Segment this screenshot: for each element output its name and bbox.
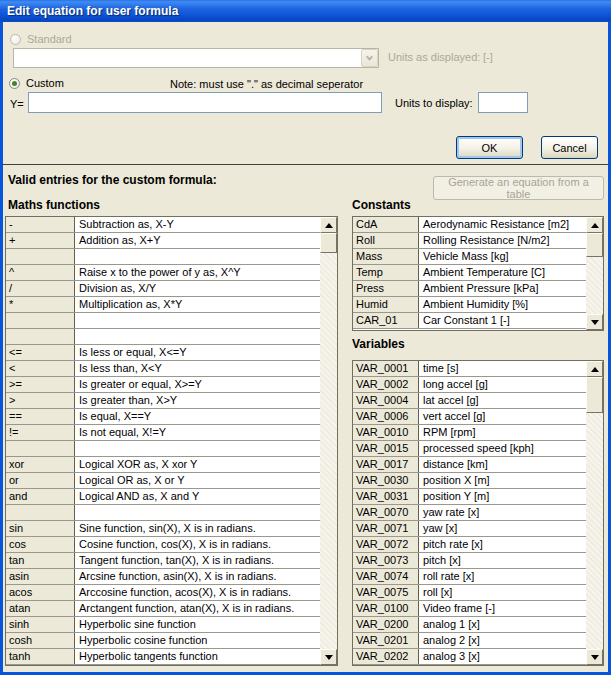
scroll-down-icon[interactable] xyxy=(586,649,603,665)
entry-key: or xyxy=(6,473,75,488)
maths-functions-heading: Maths functions xyxy=(8,198,100,212)
table-row[interactable]: !=Is not equal, X!=Y xyxy=(6,425,320,441)
table-row[interactable]: sinSine function, sin(X), X is in radian… xyxy=(6,521,320,537)
table-row[interactable]: ^Raise x to the power of y as, X^Y xyxy=(6,265,320,281)
table-row[interactable]: VAR_0072pitch rate [x] xyxy=(353,537,586,553)
entry-key: CAR_01 xyxy=(353,313,419,328)
entry-key: and xyxy=(6,489,75,504)
table-row[interactable]: -Subtraction as, X-Y xyxy=(6,217,320,233)
scroll-up-icon[interactable] xyxy=(320,217,337,233)
entry-key: ^ xyxy=(6,265,75,280)
variables-scrollbar-thumb[interactable] xyxy=(586,377,603,413)
table-row[interactable]: CdAAerodynamic Resistance [m2] xyxy=(353,217,586,233)
table-row[interactable]: VAR_0006vert accel [g] xyxy=(353,409,586,425)
standard-formula-dropdown[interactable] xyxy=(13,48,379,68)
maths-scrollbar[interactable] xyxy=(320,217,337,665)
variables-scrollbar-track[interactable] xyxy=(586,377,603,649)
variables-scrollbar[interactable] xyxy=(586,361,603,665)
table-row[interactable]: ==Is equal, X==Y xyxy=(6,409,320,425)
maths-scrollbar-thumb[interactable] xyxy=(320,233,337,253)
scroll-down-icon[interactable] xyxy=(586,314,603,330)
entry-key: Temp xyxy=(353,265,419,280)
entry-key: VAR_0001 xyxy=(353,361,419,376)
entry-description: Is less than, X<Y xyxy=(75,361,320,376)
table-row[interactable]: VAR_0001time [s] xyxy=(353,361,586,377)
formula-input[interactable] xyxy=(28,92,382,113)
table-row[interactable]: VAR_0202analog 3 [x] xyxy=(353,649,586,665)
table-row[interactable]: VAR_0100Video frame [-] xyxy=(353,601,586,617)
table-row[interactable] xyxy=(6,441,320,457)
table-row[interactable]: VAR_0200analog 1 [x] xyxy=(353,617,586,633)
dialog-window: Edit equation for user formula Standard … xyxy=(0,0,611,675)
table-row[interactable]: >=Is greater or equal, X>=Y xyxy=(6,377,320,393)
scroll-up-icon[interactable] xyxy=(586,361,603,377)
table-row[interactable]: xorLogical XOR as, X xor Y xyxy=(6,457,320,473)
units-to-display-input[interactable] xyxy=(478,92,528,113)
entry-description: pitch rate [x] xyxy=(419,537,586,552)
table-row[interactable]: sinhHyperbolic sine function xyxy=(6,617,320,633)
ok-button[interactable]: OK xyxy=(456,136,523,159)
table-row[interactable]: *Multiplication as, X*Y xyxy=(6,297,320,313)
table-row[interactable]: VAR_0070yaw rate [x] xyxy=(353,505,586,521)
table-row[interactable] xyxy=(6,505,320,521)
table-row[interactable]: CAR_01Car Constant 1 [-] xyxy=(353,313,586,329)
table-row[interactable]: VAR_0010RPM [rpm] xyxy=(353,425,586,441)
table-row[interactable]: tanTangent function, tan(X), X is in rad… xyxy=(6,553,320,569)
table-row[interactable]: atanArctangent function, atan(X), X is i… xyxy=(6,601,320,617)
chevron-down-icon[interactable] xyxy=(361,49,378,67)
entry-description: Hyperbolic tangents function xyxy=(75,649,320,664)
generate-equation-button[interactable]: Generate an equation from a table xyxy=(433,176,604,200)
entry-key: < xyxy=(6,361,75,376)
entry-key: Press xyxy=(353,281,419,296)
constants-scrollbar-thumb[interactable] xyxy=(586,233,603,257)
entry-description: Ambient Humidity [%] xyxy=(419,297,586,312)
table-row[interactable]: HumidAmbient Humidity [%] xyxy=(353,297,586,313)
table-row[interactable]: TempAmbient Temperature [C] xyxy=(353,265,586,281)
table-row[interactable]: VAR_0017distance [km] xyxy=(353,457,586,473)
table-row[interactable]: /Division as, X/Y xyxy=(6,281,320,297)
table-row[interactable]: RollRolling Resistance [N/m2] xyxy=(353,233,586,249)
table-row[interactable]: VAR_0075roll [x] xyxy=(353,585,586,601)
table-row[interactable]: cosCosine function, cos(X), X is in radi… xyxy=(6,537,320,553)
table-row[interactable]: PressAmbient Pressure [kPa] xyxy=(353,281,586,297)
maths-functions-table: -Subtraction as, X-Y+Addition as, X+Y^Ra… xyxy=(5,216,338,666)
table-row[interactable]: orLogical OR as, X or Y xyxy=(6,473,320,489)
entry-key: VAR_0202 xyxy=(353,649,419,664)
table-row[interactable]: VAR_0030position X [m] xyxy=(353,473,586,489)
table-row[interactable]: VAR_0073pitch [x] xyxy=(353,553,586,569)
table-row[interactable]: MassVehicle Mass [kg] xyxy=(353,249,586,265)
entry-key: asin xyxy=(6,569,75,584)
table-row[interactable]: coshHyperbolic cosine function xyxy=(6,633,320,649)
table-row[interactable]: andLogical AND as, X and Y xyxy=(6,489,320,505)
table-row[interactable]: VAR_0201analog 2 [x] xyxy=(353,633,586,649)
table-row[interactable] xyxy=(6,329,320,345)
table-row[interactable]: <=Is less or equal, X<=Y xyxy=(6,345,320,361)
constants-scrollbar[interactable] xyxy=(586,217,603,330)
entry-key: Mass xyxy=(353,249,419,264)
table-row[interactable]: >Is greater than, X>Y xyxy=(6,393,320,409)
table-row[interactable]: VAR_0071yaw [x] xyxy=(353,521,586,537)
table-row[interactable]: VAR_0002long accel [g] xyxy=(353,377,586,393)
entry-key: CdA xyxy=(353,217,419,232)
scroll-down-icon[interactable] xyxy=(320,649,337,665)
table-row[interactable]: VAR_0015processed speed [kph] xyxy=(353,441,586,457)
constants-scrollbar-track[interactable] xyxy=(586,233,603,314)
entry-key: VAR_0100 xyxy=(353,601,419,616)
table-row[interactable]: <Is less than, X<Y xyxy=(6,361,320,377)
scroll-up-icon[interactable] xyxy=(586,217,603,233)
table-row[interactable]: VAR_0004lat accel [g] xyxy=(353,393,586,409)
maths-scrollbar-track[interactable] xyxy=(320,233,337,649)
table-row[interactable]: acosArccosine function, acos(X), X is in… xyxy=(6,585,320,601)
table-row[interactable] xyxy=(6,249,320,265)
table-row[interactable] xyxy=(6,313,320,329)
entry-key: tan xyxy=(6,553,75,568)
table-row[interactable]: tanhHyperbolic tangents function xyxy=(6,649,320,665)
table-row[interactable]: VAR_0074roll rate [x] xyxy=(353,569,586,585)
table-row[interactable]: +Addition as, X+Y xyxy=(6,233,320,249)
table-row[interactable]: VAR_0031position Y [m] xyxy=(353,489,586,505)
table-row[interactable]: asinArcsine function, asin(X), X is in r… xyxy=(6,569,320,585)
constants-heading: Constants xyxy=(352,198,411,212)
cancel-button[interactable]: Cancel xyxy=(541,136,598,159)
custom-radio[interactable] xyxy=(9,78,20,89)
standard-radio[interactable] xyxy=(10,34,21,45)
